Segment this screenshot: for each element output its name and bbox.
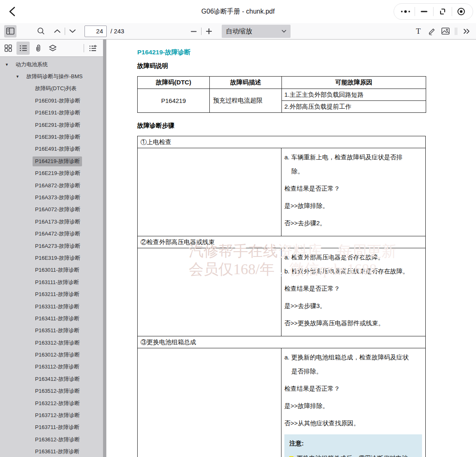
dtc-table-row: P164219 预充过程电流超限 1.主正主负外部负载回路短路 <box>138 89 426 101</box>
image-tool-button[interactable] <box>439 25 452 37</box>
zoom-select[interactable]: 自动缩放 <box>222 25 291 38</box>
outline-item-label: P163411-故障诊断 <box>33 314 82 324</box>
outline-item-label: P16E319-故障诊断 <box>33 253 83 263</box>
step-body-row: a. 检查外部高压电器是否存在故障。b. 检查外部高压电器高压线束是否存在故障。… <box>138 248 425 336</box>
note-item: 更换电池组箱总成后，需用诊断仪对电池组箱总成重新标定。 <box>289 452 417 457</box>
more-options-button[interactable] <box>396 4 415 19</box>
minus-icon <box>191 31 197 32</box>
text-tool-icon: T <box>416 27 421 36</box>
outline-item-label: P163111-故障诊断 <box>33 277 81 287</box>
outline-item-label: P16E491-故障诊断 <box>33 144 83 154</box>
outline-item[interactable]: P16E491-故障诊断 <box>0 143 103 155</box>
outline-item[interactable]: P163212-故障诊断 <box>0 397 103 409</box>
outline-tree: ▼动力电池系统▼故障码诊断与操作-BMS故障码(DTC)列表P16E091-故障… <box>0 57 103 457</box>
search-icon <box>37 27 45 35</box>
outline-item-label: P163112-故障诊断 <box>33 362 82 372</box>
text-tool-button[interactable]: T <box>412 25 424 37</box>
outline-item[interactable]: P16A173-故障诊断 <box>0 216 103 228</box>
outline-item[interactable]: P163012-故障诊断 <box>0 349 103 361</box>
restore-window-button[interactable] <box>434 4 452 19</box>
outline-item[interactable]: P16A472-故障诊断 <box>0 228 103 240</box>
outline-item[interactable]: P164219-故障诊断 <box>0 155 103 167</box>
outline-item[interactable]: P16E319-故障诊断 <box>0 252 103 264</box>
current-outline-item-button[interactable] <box>87 42 100 55</box>
outline-item[interactable]: P163011-故障诊断 <box>0 264 103 276</box>
outline-item[interactable]: P16E091-故障诊断 <box>0 95 103 107</box>
layers-view-button[interactable] <box>46 42 59 55</box>
step-text-line: 否>>去步骤2。 <box>284 217 422 229</box>
outline-item[interactable]: ▼动力电池系统 <box>0 58 103 70</box>
outline-item[interactable]: P16A072-故障诊断 <box>0 204 103 216</box>
minimize-button[interactable] <box>415 4 433 19</box>
outline-view-button[interactable] <box>16 42 30 55</box>
annotation-tools: T <box>412 25 473 37</box>
note-box: 注意:更换电池组箱总成后，需用诊断仪对电池组箱总成重新标定。 <box>284 434 422 457</box>
outline-item-label: P163511-故障诊断 <box>33 326 82 336</box>
outline-item[interactable]: P16E391-故障诊断 <box>0 131 103 143</box>
step-text-line: 是否排除。 <box>284 365 422 378</box>
outline-item[interactable]: P163712-故障诊断 <box>0 409 103 421</box>
previous-page-button[interactable] <box>51 25 63 37</box>
sidebar-toggle-icon <box>6 28 14 35</box>
zoom-in-button[interactable] <box>203 25 215 37</box>
restore-window-icon <box>439 8 446 15</box>
outline-item-label: P163311-故障诊断 <box>33 302 82 312</box>
dtc-cause-cell: 2.外部高压负载提前工作 <box>282 101 426 113</box>
more-tools-button[interactable] <box>460 25 473 37</box>
outline-item[interactable]: P163112-故障诊断 <box>0 361 103 373</box>
collapse-triangle-icon[interactable]: ▼ <box>16 75 20 79</box>
sidebar-resizer[interactable] <box>103 40 106 457</box>
outline-item[interactable]: P16E219-故障诊断 <box>0 168 103 180</box>
outline-item-label: P163612-故障诊断 <box>33 435 82 445</box>
outline-item[interactable]: P163511-故障诊断 <box>0 325 103 337</box>
outline-item[interactable]: P16A273-故障诊断 <box>0 240 103 252</box>
attachments-view-button[interactable] <box>31 42 45 55</box>
outline-item-label: P16E091-故障诊断 <box>33 96 83 106</box>
outline-item[interactable]: P163311-故障诊断 <box>0 301 103 312</box>
outline-item-label: P164219-故障诊断 <box>33 156 82 166</box>
outline-item[interactable]: P163312-故障诊断 <box>0 337 103 349</box>
outline-item[interactable]: P163412-故障诊断 <box>0 373 103 385</box>
outline-item-label: P163711-故障诊断 <box>33 422 82 432</box>
outline-item-label: P163412-故障诊断 <box>33 374 82 384</box>
outline-item-label: P163712-故障诊断 <box>33 410 82 420</box>
step-title: ③更换电池组箱总成 <box>138 336 425 348</box>
step-image-cell <box>138 348 281 457</box>
outline-item[interactable]: P163211-故障诊断 <box>0 288 103 300</box>
step-instruction-cell: a. 更换新的电池组箱总成，检查故障码及症状是否排除。检查结果是否正常？是>>故… <box>281 348 425 457</box>
outline-item[interactable]: ▼故障码诊断与操作-BMS <box>0 70 103 82</box>
outline-item[interactable]: P163411-故障诊断 <box>0 312 103 324</box>
back-button[interactable] <box>5 4 20 19</box>
outline-item[interactable]: P163111-故障诊断 <box>0 276 103 288</box>
chevron-up-icon <box>54 29 61 33</box>
outline-item[interactable]: P163711-故障诊断 <box>0 422 103 434</box>
zoom-select-value: 自动缩放 <box>226 27 252 36</box>
outline-item[interactable]: P16E291-故障诊断 <box>0 119 103 131</box>
step-text-line: 检查结果是否正常？ <box>284 282 422 295</box>
step-text-line: 是>>故障排除。 <box>284 200 422 212</box>
thumbnails-view-button[interactable] <box>2 42 15 55</box>
outline-item[interactable]: P163611-故障诊断 <box>0 446 103 457</box>
page-number-input[interactable] <box>84 26 107 37</box>
next-page-button[interactable] <box>66 25 79 37</box>
dtc-cause-cell: 1.主正主负外部负载回路短路 <box>282 89 426 101</box>
dtc-description-cell: 预充过程电流超限 <box>210 89 282 113</box>
outline-item[interactable]: 故障码(DTC)列表 <box>0 83 103 95</box>
find-button[interactable] <box>35 25 47 37</box>
outline-item-label: P163611-故障诊断 <box>33 447 82 457</box>
outline-item[interactable]: P16E191-故障诊断 <box>0 107 103 119</box>
outline-item[interactable]: P163512-故障诊断 <box>0 385 103 397</box>
record-button[interactable] <box>452 4 470 19</box>
outline-item[interactable]: P163612-故障诊断 <box>0 434 103 445</box>
zoom-out-button[interactable] <box>188 25 200 37</box>
outline-item-label: P163012-故障诊断 <box>33 350 82 360</box>
pencil-icon <box>428 27 436 35</box>
toggle-sidebar-button[interactable] <box>4 25 16 37</box>
outline-item-label: P16A173-故障诊断 <box>33 217 83 227</box>
outline-item[interactable]: P16A373-故障诊断 <box>0 191 103 203</box>
outline-item-label: P16A472-故障诊断 <box>33 229 83 239</box>
outline-item[interactable]: P16A872-故障诊断 <box>0 180 103 191</box>
step-body-row: a. 车辆重新上电，检查故障码及症状是否排除。检查结果是否正常？是>>故障排除。… <box>138 148 425 236</box>
collapse-triangle-icon[interactable]: ▼ <box>5 63 9 67</box>
draw-tool-button[interactable] <box>426 25 438 37</box>
